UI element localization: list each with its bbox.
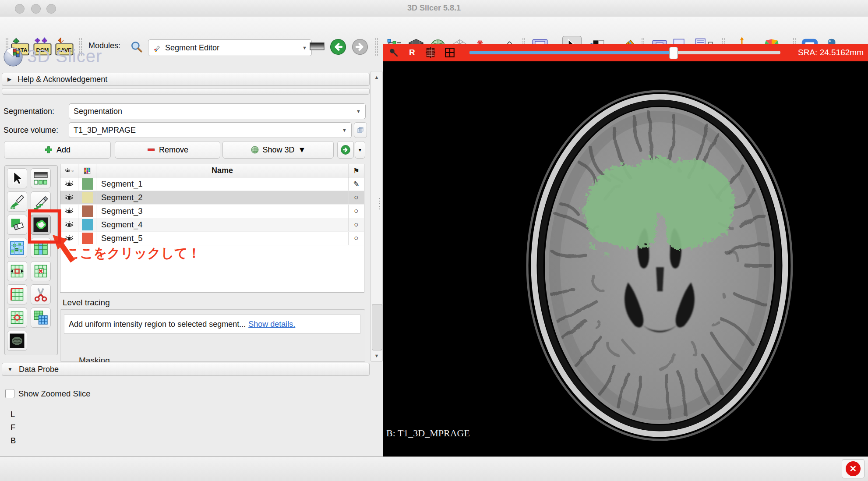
segment-visibility-toggle[interactable] [60, 177, 78, 191]
segment-table-header: ○ Name ⚑ [60, 164, 364, 177]
error-log-button[interactable]: ✕ [842, 459, 864, 478]
effect-logical-operators-button[interactable] [31, 308, 51, 328]
effect-paint-button[interactable] [7, 191, 27, 212]
segment-visibility-toggle[interactable] [60, 191, 78, 204]
effect-smoothing-button[interactable] [7, 284, 27, 304]
segment-status-button[interactable]: ○ [348, 205, 364, 218]
effect-islands-button[interactable] [7, 308, 27, 328]
effect-scissors-button[interactable] [31, 284, 51, 304]
grow-from-seeds-icon [9, 240, 25, 256]
effect-fill-between-slices-button[interactable] [31, 238, 51, 258]
scrollbar-up-button[interactable]: ▲ [371, 72, 382, 82]
logical-operators-icon [33, 310, 49, 325]
segment-color-button[interactable] [78, 191, 96, 204]
pin-icon[interactable] [388, 47, 399, 58]
window-level-button[interactable] [308, 36, 326, 58]
segment-row-Segment_5[interactable]: Segment_5 ○ [60, 232, 364, 245]
effect-none-button[interactable] [7, 168, 27, 188]
segment-color-swatch [82, 192, 93, 203]
name-column-header[interactable]: Name [96, 164, 348, 177]
slice-visibility-grid-icon[interactable] [425, 47, 436, 58]
slider-handle[interactable] [669, 47, 678, 59]
status-column-header[interactable]: ⚑ [348, 164, 364, 177]
segment-status-icon: ○ [354, 234, 358, 243]
effect-description-text: Add uniform intensity region to selected… [69, 320, 246, 329]
minus-icon [147, 145, 155, 154]
chevron-down-icon: ▼ [356, 109, 361, 114]
effect-hollow-button[interactable] [31, 261, 51, 281]
slice-view-controller-bar: R SRA: 24.5162mm [383, 44, 868, 61]
remove-segment-button[interactable]: Remove [115, 141, 220, 159]
red-slice-view[interactable]: R SRA: 24.5162mm [383, 44, 868, 456]
redo-forward-button[interactable] [351, 36, 369, 58]
segment-color-swatch [82, 178, 93, 190]
visibility-column-header[interactable]: ○ [60, 164, 78, 177]
source-volume-combo[interactable]: T1_3D_MPRAGE ▼ [69, 122, 352, 138]
layout-grid-icon[interactable] [444, 47, 455, 58]
next-segment-button[interactable] [337, 141, 354, 159]
effect-level-tracing-button[interactable] [31, 215, 51, 235]
chevron-down-icon: ▼ [298, 145, 306, 155]
panel-splitter-grip[interactable] [378, 197, 381, 210]
segment-status-button[interactable]: ○ [348, 191, 364, 204]
scrollbar-down-button[interactable]: ▼ [371, 350, 382, 361]
color-column-header[interactable] [78, 164, 96, 177]
segment-status-icon: ○ [354, 220, 358, 229]
module-selector-value: Segment Editor [165, 43, 219, 53]
slice-offset-slider[interactable] [469, 51, 780, 54]
add-segment-button[interactable]: Add [4, 141, 111, 159]
data-probe-collapsible[interactable]: ▼ Data Probe [2, 363, 370, 376]
hollow-icon [33, 263, 49, 279]
slicer-logo [3, 46, 24, 67]
segment-visibility-toggle[interactable] [60, 205, 78, 218]
effect-description: Add uniform intensity region to selected… [64, 315, 360, 334]
slice-position-readout: SRA: 24.5162mm [798, 48, 864, 57]
segment-row-Segment_1[interactable]: Segment_1 ✎ [60, 177, 364, 191]
segment-rows: Segment_1 ✎ Segment_2 ○ Se [60, 177, 364, 245]
segment-name[interactable]: Segment_3 [96, 205, 348, 218]
draw-icon [33, 194, 49, 209]
segment-color-swatch [82, 233, 93, 244]
segment-status-button[interactable]: ○ [348, 232, 364, 245]
application-window: 3D Slicer 5.8.1 DATA DCM SAVE [0, 0, 868, 481]
segment-row-Segment_2[interactable]: Segment_2 ○ [60, 191, 364, 205]
segment-name[interactable]: Segment_1 [96, 177, 348, 191]
show-details-link[interactable]: Show details. [248, 320, 295, 329]
margin-icon [9, 263, 25, 279]
effect-grow-from-seeds-button[interactable] [7, 238, 27, 258]
segment-row-Segment_3[interactable]: Segment_3 ○ [60, 205, 364, 218]
show-3d-button[interactable]: Show 3D ▼ [222, 141, 334, 159]
next-segment-dropdown[interactable]: ▼ [355, 141, 365, 159]
segment-status-button[interactable]: ✎ [348, 177, 364, 191]
effect-erase-button[interactable] [7, 215, 27, 235]
tutorial-annotation-text: ここをクリックして！ [67, 244, 201, 262]
segmentation-combo[interactable]: Segmentation ▼ [69, 103, 366, 119]
module-search-icon[interactable] [130, 36, 144, 58]
show-zoomed-slice-checkbox[interactable] [5, 389, 14, 398]
effect-mask-volume-button[interactable] [7, 331, 27, 351]
probe-layer-label-B: B [11, 436, 16, 446]
scrollbar-handle[interactable] [372, 304, 382, 350]
undo-back-button[interactable] [329, 36, 347, 58]
segment-name[interactable]: Segment_2 [96, 191, 348, 204]
effect-threshold-button[interactable] [31, 168, 51, 188]
axial-brain-mri-slice[interactable] [383, 61, 868, 456]
effect-margin-button[interactable] [7, 261, 27, 281]
islands-icon [9, 310, 25, 325]
segment-name[interactable]: Segment_5 [96, 232, 348, 245]
module-selector-combo[interactable]: Segment Editor ▼ [148, 39, 312, 56]
segment-color-button[interactable] [78, 218, 96, 231]
segment-status-button[interactable]: ○ [348, 218, 364, 231]
effect-draw-button[interactable] [31, 191, 51, 212]
toolbar-grip[interactable] [375, 38, 378, 56]
segment-row-Segment_4[interactable]: Segment_4 ○ [60, 218, 364, 232]
segment-color-button[interactable] [78, 205, 96, 218]
chevron-right-icon: ▶ [7, 76, 11, 82]
segment-name[interactable]: Segment_4 [96, 218, 348, 231]
segment-color-button[interactable] [78, 177, 96, 191]
segment-visibility-toggle[interactable] [60, 218, 78, 231]
window-title: 3D Slicer 5.8.1 [0, 4, 868, 13]
help-acknowledgement-collapsible[interactable]: ▶ Help & Acknowledgement [2, 73, 370, 86]
specify-geometry-button[interactable] [354, 122, 367, 138]
error-icon: ✕ [846, 461, 861, 476]
